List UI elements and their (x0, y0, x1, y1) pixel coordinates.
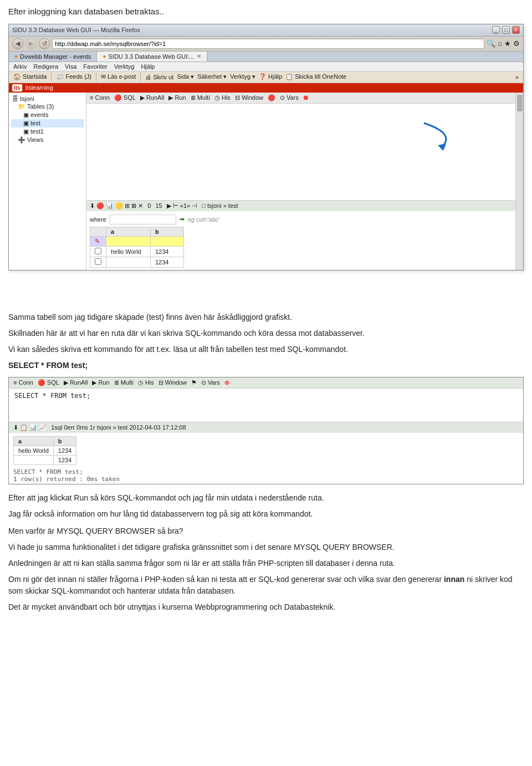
para11: Det är mycket användbart och bör utnyttj… (8, 601, 524, 613)
sidebar-root[interactable]: 🗄 tsjoni (11, 95, 84, 103)
eg-icon: ➡ (180, 216, 185, 223)
sidebar-events[interactable]: ▣ events (11, 111, 84, 119)
row-checkbox[interactable] (95, 248, 101, 254)
toolbar-startsida[interactable]: 🏠 Startsida (13, 73, 47, 80)
toolbar-more[interactable]: » (515, 74, 519, 80)
col-b: b (151, 227, 184, 236)
forward-button[interactable]: ▶ (25, 38, 37, 49)
db-count-0: 0 (147, 202, 151, 209)
sidebar-tables-label: Tables (3) (27, 103, 54, 110)
menu-redigera[interactable]: Redigera (33, 63, 58, 70)
toolbar-multi[interactable]: ≣ Multi (191, 94, 210, 101)
results-table-2: a b hello World 1234 1234 (13, 436, 76, 465)
menu-verktyg[interactable]: Verktyg (114, 63, 135, 70)
row-edit-icon: ✎ (95, 238, 100, 244)
tab2-label: SIDU 3.3 Database Web GUI:... (109, 53, 195, 60)
where-row: where ➡ eg col='abc' (90, 213, 512, 226)
browser-window-2: ≡ Conn 🔴 SQL ▶ RunAll ▶ Run ≣ Multi ◷ Hi… (8, 377, 524, 484)
toolbar-conn[interactable]: ≡ Conn (90, 94, 110, 101)
table-row[interactable]: 1234 (90, 257, 184, 267)
para10-before: Om ni gör det innan ni ställer frågorna … (8, 575, 444, 584)
toolbar-tbl[interactable]: 🔴 (268, 94, 275, 101)
toolbar-vars[interactable]: ⊙ Vars (280, 94, 299, 101)
sql-toolbar-multi[interactable]: ≣ Multi (114, 379, 134, 386)
table-row[interactable]: hello World 1234 (90, 246, 184, 257)
toolbar-his[interactable]: ◷ His (214, 94, 231, 101)
toolbar-skriv-ut[interactable]: 🖨 Skriv ut (145, 74, 173, 80)
sql-query-text: SELECT * FROM test; (14, 392, 90, 400)
toolbar-stop[interactable]: ⊗ (303, 94, 308, 101)
toolbar-sakerhet[interactable]: Säkerhet ▾ (197, 73, 227, 80)
restore-button[interactable]: □ (502, 26, 510, 34)
table-row-2-1[interactable]: hello World 1234 (14, 446, 76, 455)
back-button[interactable]: ◀ (12, 38, 23, 49)
menu-favoriter[interactable]: Favoriter (83, 63, 107, 70)
intro-heading: Efter inloggning kan databasen betraktas… (8, 6, 524, 18)
cell-a-hello: hello World (14, 446, 54, 455)
sql-toolbar-runall[interactable]: ▶ RunAll (64, 379, 88, 386)
toolbar-las-epost[interactable]: ✉ Läs e-post (101, 73, 136, 80)
table-row-2-2[interactable]: 1234 (14, 455, 76, 464)
arrow-annotation (8, 278, 524, 311)
scrollbar[interactable] (515, 93, 523, 270)
sidebar-tables[interactable]: 📁 Tables (3) (11, 103, 84, 111)
browser-toolbar: 🏠 Startsida 📰 Feeds (J) ✉ Läs e-post 🖨 S… (9, 72, 523, 83)
sql-toolbar-conn[interactable]: ≡ Conn (13, 379, 33, 386)
search-icon: 🔍 (487, 39, 495, 48)
app-toolbar: ≡ Conn 🔴 SQL ▶ RunAll ▶ Run ≣ Multi ◷ Hi… (86, 93, 515, 104)
sidebar-test-label: test (30, 120, 40, 126)
sql-toolbar-stop[interactable]: ⊗ (224, 379, 229, 386)
toolbar-verktyg[interactable]: Verktyg ▾ (230, 73, 255, 80)
db-count-15: 15 (155, 202, 162, 209)
refresh-button[interactable]: ↺ (39, 38, 50, 49)
tab2-close[interactable]: ✕ (197, 53, 201, 59)
toolbar-runall[interactable]: ▶ RunAll (140, 94, 164, 101)
minimize-button[interactable]: _ (492, 26, 500, 34)
toolbar-feeds[interactable]: 📰 Feeds (J) (56, 73, 91, 80)
tab-2[interactable]: ● SIDU 3.3 Database Web GUI:... ✕ (97, 52, 207, 62)
scroll-thumb[interactable] (517, 95, 523, 111)
its-bar: its itslearning (9, 83, 523, 93)
table-row[interactable]: ✎ (90, 236, 184, 246)
close-button[interactable]: ✕ (512, 26, 520, 34)
sidebar-test[interactable]: ▣ test (11, 119, 84, 127)
where-label: where (90, 216, 106, 223)
sql-toolbar-vars[interactable]: ⊙ Vars (201, 379, 220, 386)
home-icon: ⌂ (498, 39, 502, 48)
query-area-2[interactable]: SELECT * FROM test; (9, 389, 523, 422)
db-bottom-bar: ⬇ 🔴 📊 🟡 ⊞ ⊠ ✕ 0 15 ▶ ⊢ «1» ⊣ □ tsjoni » … (86, 200, 515, 211)
cell-empty (106, 257, 151, 267)
toolbar-sida[interactable]: Sida ▾ (177, 73, 194, 80)
sql-toolbar-run[interactable]: ▶ Run (92, 379, 109, 386)
sidebar-test1[interactable]: ▣ test1 (11, 127, 84, 136)
sql-toolbar-flag[interactable]: ⚑ (191, 379, 197, 386)
sql-app-toolbar: ≡ Conn 🔴 SQL ▶ RunAll ▶ Run ≣ Multi ◷ Hi… (9, 377, 523, 389)
sidebar-views[interactable]: ➕ Views (11, 136, 84, 144)
toolbar-window[interactable]: ⊟ Window (235, 94, 263, 101)
sidebar-events-label: events (30, 111, 48, 118)
views-icon: ➕ (18, 136, 25, 144)
sql-bottom-bar: ⬇ 📋 📊 📈 1sql 0err 0ms 1r tsjoni » test 2… (9, 422, 523, 433)
para5: Efter att jag klickat Run så körs SQL-ko… (8, 492, 524, 504)
toolbar-onenote[interactable]: 📋 Skicka till OneNote (285, 73, 346, 80)
menu-hjalp[interactable]: Hjälp (141, 63, 155, 70)
menu-visa[interactable]: Visa (65, 63, 76, 70)
para7: Men varför är MYSQL QUERY BROWSER så bra… (8, 525, 524, 537)
toolbar-sql[interactable]: 🔴 SQL (114, 94, 136, 101)
toolbar-run[interactable]: ▶ Run (168, 94, 186, 101)
window-controls: _ □ ✕ (492, 26, 520, 34)
row-checkbox-2[interactable] (95, 258, 101, 265)
tab-1[interactable]: ● Dvwebb Manager - events (9, 52, 97, 62)
toolbar-hjalp[interactable]: ❓ Hjälp (259, 73, 282, 80)
address-input[interactable] (52, 39, 484, 49)
col-b-2: b (53, 436, 76, 446)
where-input[interactable] (110, 215, 176, 224)
col-checkbox (90, 227, 106, 236)
para10-strong: innan (444, 575, 464, 584)
sql-toolbar-sql[interactable]: 🔴 SQL (38, 379, 59, 386)
sql-results: a b hello World 1234 1234 (9, 433, 523, 467)
sql-toolbar-his[interactable]: ◷ His (138, 379, 154, 386)
menu-arkiv[interactable]: Arkiv (13, 63, 27, 70)
sql-toolbar-window[interactable]: ⊟ Window (158, 379, 187, 386)
sep3 (140, 73, 141, 81)
